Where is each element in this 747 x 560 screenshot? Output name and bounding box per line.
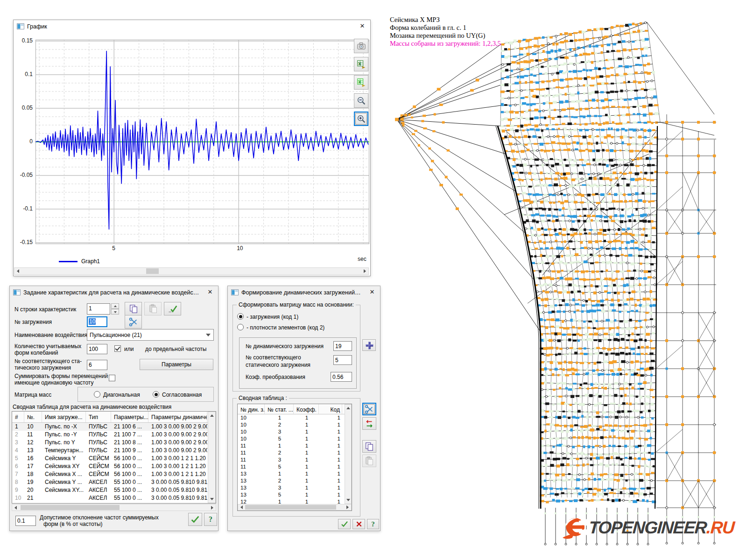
- chevron-down-icon[interactable]: [208, 496, 215, 503]
- static-load-input[interactable]: 6: [87, 360, 107, 370]
- load-number-input[interactable]: 10: [87, 316, 107, 327]
- cancel-button[interactable]: [352, 519, 365, 529]
- chevron-right-icon[interactable]: [361, 268, 368, 274]
- table-row[interactable]: 211Пульс. по -YПУЛЬС21 100 7 ...1.00 3 0…: [12, 431, 216, 439]
- frequency-deviation-input[interactable]: 0.1: [15, 516, 36, 526]
- seismogram-plot[interactable]: [35, 40, 369, 244]
- column-header[interactable]: Коэфф.: [294, 404, 319, 414]
- table-row[interactable]: 13511: [238, 491, 352, 498]
- copy-line-button[interactable]: [125, 302, 142, 315]
- mass-loads-table[interactable]: № дин. з...№ стат. ...Коэфф.Код101111021…: [237, 404, 352, 511]
- chevron-up-icon[interactable]: [208, 412, 215, 419]
- chevron-left-icon[interactable]: [14, 268, 21, 274]
- apply-line-button[interactable]: [164, 302, 181, 315]
- spinner-up-icon[interactable]: [111, 303, 119, 309]
- by-density-radio[interactable]: [237, 324, 244, 330]
- copy-rows-button[interactable]: [362, 440, 376, 453]
- column-header[interactable]: Параметры динамического в: [148, 412, 207, 422]
- chevron-left-icon[interactable]: [238, 504, 245, 510]
- graph-titlebar[interactable]: График ✕: [14, 20, 370, 33]
- zoom-in-button[interactable]: [354, 112, 368, 126]
- table-row[interactable]: 10311: [238, 428, 352, 435]
- column-header[interactable]: Код: [319, 404, 342, 414]
- column-header[interactable]: #: [12, 412, 24, 422]
- table-row[interactable]: 1021АКСЕЛ55 100 0 ...3 0.00 0.05 9.810 9…: [12, 494, 216, 502]
- add-row-button[interactable]: [362, 339, 376, 351]
- diagonal-radio[interactable]: [94, 391, 100, 398]
- dynamic-loads-table[interactable]: #№.Имя загруже...ТипПараметры...Параметр…: [12, 411, 216, 504]
- chevron-left-icon[interactable]: [12, 504, 19, 511]
- dialog1-titlebar[interactable]: Задание характеристик для расчета на дин…: [10, 286, 218, 299]
- table-cell: 6: [12, 462, 24, 470]
- structural-model-view[interactable]: [388, 14, 724, 548]
- table-row[interactable]: 11511: [238, 463, 352, 470]
- table-row[interactable]: 10111: [238, 414, 352, 421]
- n-line-spinner[interactable]: [111, 303, 119, 315]
- table1-h-scrollbar[interactable]: [12, 504, 216, 511]
- chevron-right-icon[interactable]: [209, 504, 216, 511]
- table-row[interactable]: 413Темперутарн...ПУЛЬС21 100 9 ...1.00 3…: [12, 447, 216, 455]
- scrollbar-thumb[interactable]: [245, 505, 336, 510]
- ok-button[interactable]: [338, 519, 351, 529]
- column-header[interactable]: № дин. з...: [238, 404, 265, 414]
- ok-button[interactable]: [188, 513, 202, 526]
- transfer-rows-button[interactable]: [362, 417, 376, 430]
- parameters-button[interactable]: Параметры: [140, 359, 213, 370]
- by-load-radio[interactable]: [237, 313, 244, 320]
- table-row[interactable]: 10211: [238, 421, 352, 428]
- table-row[interactable]: 13111: [238, 470, 352, 477]
- sum-forms-checkbox[interactable]: [109, 375, 115, 381]
- impact-type-select[interactable]: Пульсационное (21): [87, 329, 214, 341]
- help-button[interactable]: ?: [367, 519, 379, 529]
- table-row[interactable]: 312Пульс. по YПУЛЬС21 100 8 ...1.00 3 0.…: [12, 439, 216, 447]
- export-excel-button[interactable]: X: [354, 57, 368, 71]
- close-icon[interactable]: ✕: [202, 286, 218, 298]
- zoom-out-button[interactable]: [354, 93, 368, 108]
- paste-line-button[interactable]: [144, 302, 162, 315]
- forms-count-input[interactable]: 100: [87, 344, 107, 354]
- column-header[interactable]: № стат. ...: [265, 404, 294, 414]
- table-row[interactable]: 11111: [238, 442, 352, 449]
- column-header[interactable]: №.: [24, 412, 42, 422]
- dialog2-titlebar[interactable]: Формирование динамических загружений из …: [228, 286, 380, 299]
- n-line-input[interactable]: 1: [87, 303, 110, 315]
- table-row[interactable]: 617Сейсмика XYСЕЙСМ56 100 0 ...1.00 3 0.…: [12, 462, 216, 470]
- static-load-number-input[interactable]: 5: [333, 355, 352, 365]
- table1-v-scrollbar[interactable]: [208, 412, 216, 503]
- column-header[interactable]: Тип: [86, 412, 111, 422]
- table2-h-scrollbar[interactable]: [238, 504, 352, 511]
- table-row[interactable]: 718Сейсмика X ...СЕЙСМ56 100 0 ...1.00 3…: [12, 470, 216, 478]
- chevron-up-icon[interactable]: [345, 405, 351, 412]
- table-row[interactable]: 819Сейсмика Y ...АКСЕЛ55 100 0 ...3 0.00…: [12, 478, 216, 486]
- graph-h-scrollbar[interactable]: [14, 267, 369, 275]
- column-header[interactable]: Параметры...: [111, 412, 148, 422]
- paste-rows-button[interactable]: [362, 455, 376, 467]
- table-row[interactable]: 110Пульс. по -XПУЛЬС21 100 6 ...1.00 3 0…: [12, 423, 216, 431]
- conversion-coef-input[interactable]: 0.56: [331, 372, 352, 382]
- scrollbar-thumb[interactable]: [146, 268, 159, 274]
- snapshot-button[interactable]: [354, 39, 368, 53]
- table-row[interactable]: 516Сейсмика YСЕЙСМ56 100 0 ...1.00 3 0.0…: [12, 455, 216, 462]
- table-row[interactable]: 10511: [238, 435, 352, 442]
- chevron-down-icon[interactable]: [345, 497, 351, 504]
- help-button[interactable]: ?: [204, 513, 217, 526]
- spinner-down-icon[interactable]: [111, 309, 119, 315]
- consistent-radio[interactable]: [153, 391, 159, 398]
- table-row[interactable]: 11211: [238, 449, 352, 456]
- table-row[interactable]: 13211: [238, 477, 352, 484]
- chevron-right-icon[interactable]: [344, 504, 351, 510]
- export-excel-alt-button[interactable]: X: [354, 75, 368, 90]
- dynamic-load-number-input[interactable]: 19: [333, 341, 352, 351]
- scrollbar-thumb[interactable]: [21, 505, 120, 510]
- cut-row-button[interactable]: [362, 403, 376, 415]
- cut-line-button[interactable]: [125, 315, 142, 329]
- table2-v-scrollbar[interactable]: [345, 404, 352, 504]
- table-row[interactable]: 920Сейсмика XY...АКСЕЛ55 100 0 ...3 0.00…: [12, 486, 216, 494]
- close-icon[interactable]: ✕: [354, 20, 370, 32]
- table-row[interactable]: 11: [12, 502, 216, 504]
- or-checkbox[interactable]: [114, 345, 121, 352]
- close-icon[interactable]: ✕: [364, 286, 380, 298]
- table-row[interactable]: 11311: [238, 456, 352, 463]
- table-row[interactable]: 13311: [238, 484, 352, 491]
- column-header[interactable]: Имя загруже...: [42, 412, 86, 422]
